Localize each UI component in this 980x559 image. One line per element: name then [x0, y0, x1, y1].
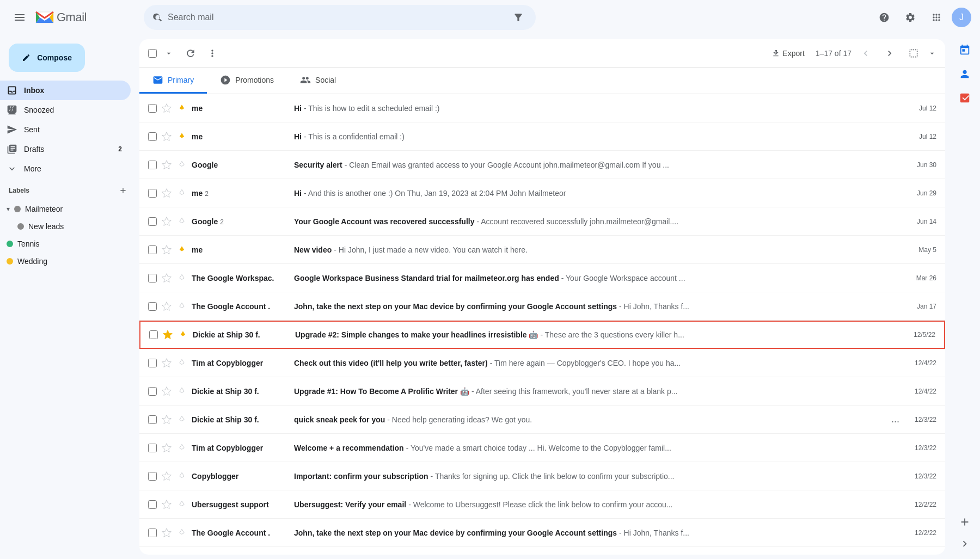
star-icon[interactable]	[161, 499, 172, 510]
row-checkbox[interactable]	[148, 161, 157, 169]
right-panel-tasks[interactable]	[954, 87, 976, 109]
row-checkbox[interactable]	[148, 415, 157, 424]
star-icon[interactable]	[161, 443, 172, 453]
right-panel-calendar[interactable]	[954, 39, 976, 61]
tab-social[interactable]: Social	[287, 68, 349, 94]
email-row[interactable]: Dickie at Ship 30 f. Upgrade #2: Simple …	[139, 321, 945, 349]
email-row[interactable]: The Google Account . John, take the next…	[139, 292, 945, 321]
row-checkbox[interactable]	[148, 104, 157, 113]
star-icon[interactable]	[161, 273, 172, 284]
row-subject-area: John, take the next step on your Mac dev…	[294, 529, 899, 537]
row-checkbox[interactable]	[148, 472, 157, 481]
labels-title: Labels	[9, 187, 29, 194]
row-checkbox[interactable]	[148, 217, 157, 226]
email-row[interactable]: Tim at Copyblogger Check out this video …	[139, 349, 945, 377]
email-row[interactable]: Google Security alert - Clean Email was …	[139, 151, 945, 179]
star-icon[interactable]	[161, 471, 172, 482]
refresh-button[interactable]	[181, 44, 200, 63]
email-rows: me Hi - This is how to edit a scheduled …	[139, 94, 945, 555]
star-icon[interactable]	[161, 159, 172, 170]
expand-panel-button[interactable]	[954, 533, 976, 555]
email-row[interactable]: Copyblogger Important: confirm your subs…	[139, 462, 945, 490]
star-icon[interactable]	[162, 329, 173, 340]
row-subject: quick sneak peek for you	[294, 415, 385, 424]
sidebar-item-more[interactable]: More	[0, 159, 131, 179]
label-new-leads[interactable]: New leads	[0, 218, 131, 235]
search-input[interactable]	[168, 13, 505, 22]
next-page-button[interactable]	[880, 44, 899, 63]
menu-button[interactable]	[9, 7, 30, 28]
email-row[interactable]: me Hi - This is how to edit a scheduled …	[139, 94, 945, 122]
row-subject: Security alert	[294, 161, 342, 169]
label-wedding[interactable]: Wedding	[0, 253, 131, 270]
row-checkbox[interactable]	[148, 500, 157, 509]
settings-button[interactable]	[899, 7, 921, 28]
row-checkbox[interactable]	[148, 529, 157, 537]
row-subject-area: Google Workspace Business Standard trial…	[294, 274, 899, 282]
star-icon[interactable]	[161, 216, 172, 227]
row-checkbox[interactable]	[148, 359, 157, 367]
contacts-icon	[959, 68, 971, 80]
star-icon[interactable]	[161, 527, 172, 538]
row-checkbox[interactable]	[149, 330, 158, 339]
row-sender: Tim at Copyblogger	[192, 359, 290, 367]
sidebar-item-drafts-label: Drafts	[24, 145, 44, 153]
search-filter-button[interactable]	[510, 9, 527, 26]
star-icon[interactable]	[161, 414, 172, 425]
row-checkbox[interactable]	[148, 245, 157, 254]
tennis-dot	[7, 241, 13, 247]
star-icon[interactable]	[161, 358, 172, 368]
star-icon[interactable]	[161, 244, 172, 255]
prev-page-button[interactable]	[856, 44, 875, 63]
row-checkbox[interactable]	[148, 189, 157, 198]
sidebar-item-snoozed[interactable]: Snoozed	[0, 100, 131, 120]
email-row[interactable]: me Hi - This is a confidential email :) …	[139, 122, 945, 151]
sidebar-item-inbox[interactable]: Inbox	[0, 81, 131, 100]
email-row[interactable]: The Google Workspac. Google Workspace Bu…	[139, 264, 945, 292]
tab-promotions[interactable]: Promotions	[207, 68, 287, 94]
sidebar-item-drafts[interactable]: Drafts 2	[0, 139, 131, 159]
more-options-button[interactable]	[203, 44, 222, 63]
row-snippet: - And this is another one :) On Thu, Jan…	[304, 189, 566, 198]
row-checkbox[interactable]	[148, 387, 157, 396]
row-checkbox[interactable]	[148, 274, 157, 282]
row-subject-area: Upgrade #2: Simple changes to make your …	[295, 330, 898, 339]
view-toggle-button[interactable]	[904, 44, 923, 63]
email-row[interactable]: me 2 Hi - And this is another one :) On …	[139, 179, 945, 207]
row-sender: Copyblogger	[192, 472, 290, 481]
add-label-button[interactable]	[115, 183, 131, 198]
dropdown-button[interactable]	[159, 44, 179, 63]
add-panel-button[interactable]	[954, 511, 976, 533]
row-checkbox[interactable]	[148, 302, 157, 311]
row-snippet: - Need help generating ideas? We got you…	[387, 415, 532, 424]
email-row[interactable]: Tim at Copyblogger Welcome + a recommend…	[139, 434, 945, 462]
email-row[interactable]: Ubersuggest support Ubersuggest: Verify …	[139, 490, 945, 519]
sidebar-item-sent-label: Sent	[24, 125, 40, 134]
star-icon[interactable]	[161, 386, 172, 397]
help-button[interactable]	[873, 7, 895, 28]
prev-icon	[860, 48, 871, 59]
search-bar[interactable]	[144, 5, 536, 30]
tab-primary[interactable]: Primary	[139, 68, 207, 94]
apps-icon	[931, 12, 942, 23]
compose-button[interactable]: Compose	[9, 44, 85, 72]
row-checkbox[interactable]	[148, 132, 157, 141]
apps-button[interactable]	[926, 7, 947, 28]
email-row[interactable]: me New video - Hi John, I just made a ne…	[139, 236, 945, 264]
star-icon[interactable]	[161, 131, 172, 142]
email-row[interactable]: Google 2 Your Google Account was recover…	[139, 207, 945, 236]
star-icon[interactable]	[161, 188, 172, 199]
avatar[interactable]: J	[952, 8, 971, 27]
select-all-checkbox[interactable]	[148, 49, 157, 58]
star-icon[interactable]	[161, 103, 172, 114]
row-checkbox[interactable]	[148, 444, 157, 452]
label-group-mailmeteor[interactable]: ▾ Mailmeteor	[0, 200, 131, 218]
email-row[interactable]: Dickie at Ship 30 f. Upgrade #1: How To …	[139, 377, 945, 406]
right-panel-contacts[interactable]	[954, 63, 976, 85]
sidebar-item-sent[interactable]: Sent	[0, 120, 131, 139]
email-row[interactable]: The Google Account . John, take the next…	[139, 519, 945, 547]
label-tennis[interactable]: Tennis	[0, 235, 131, 253]
export-button[interactable]: Export	[765, 46, 811, 61]
star-icon[interactable]	[161, 301, 172, 312]
email-row[interactable]: Dickie at Ship 30 f. quick sneak peek fo…	[139, 406, 945, 434]
